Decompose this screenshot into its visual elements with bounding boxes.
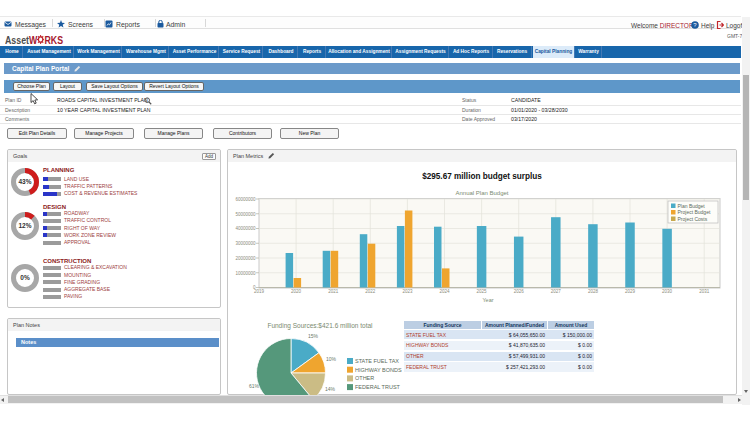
svg-text:HIGHWAY BONDS: HIGHWAY BONDS <box>355 367 402 373</box>
svg-text:STATE FUEL TAX: STATE FUEL TAX <box>355 358 399 364</box>
svg-text:OTHER: OTHER <box>355 375 374 381</box>
svg-text:10%: 10% <box>326 356 337 362</box>
svg-text:14%: 14% <box>325 386 336 392</box>
svg-text:61%: 61% <box>249 383 260 389</box>
svg-text:15%: 15% <box>308 333 319 339</box>
svg-text:FEDERAL TRUST: FEDERAL TRUST <box>355 384 401 390</box>
